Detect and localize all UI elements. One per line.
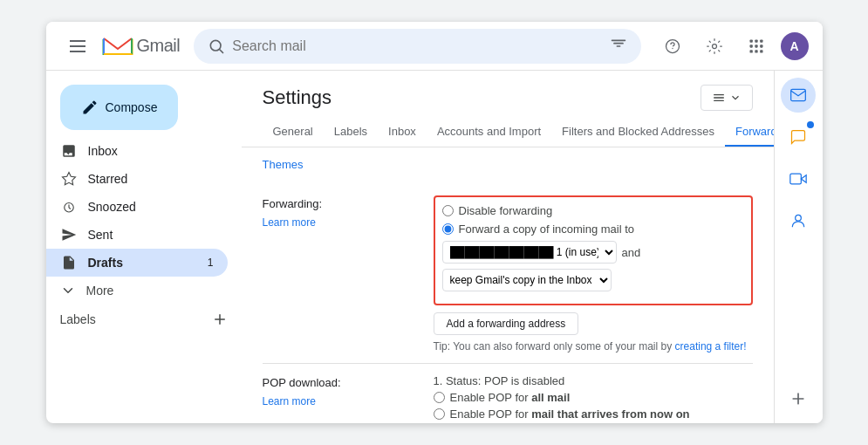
tab-forwarding[interactable]: Forwarding and POP/IMAP (725, 118, 774, 147)
strip-add-button[interactable] (781, 381, 816, 416)
sidebar-item-more[interactable]: More (46, 277, 242, 305)
pop-all-radio[interactable] (434, 392, 445, 403)
svg-rect-11 (755, 44, 757, 47)
svg-point-6 (712, 44, 716, 48)
labels-header: Labels (46, 305, 242, 334)
svg-rect-10 (749, 44, 752, 47)
chat-icon (789, 128, 807, 146)
edit-icon (81, 99, 99, 116)
svg-rect-15 (760, 50, 762, 52)
gear-icon (706, 38, 723, 55)
disable-forwarding-radio[interactable] (442, 205, 454, 216)
add-forwarding-button[interactable]: Add a forwarding address (434, 312, 579, 335)
content-area: Settings General Labels Inbox Ac (242, 71, 774, 423)
help-button[interactable] (655, 29, 690, 64)
add-label-icon[interactable] (212, 312, 228, 327)
compose-button[interactable]: Compose (60, 85, 179, 130)
and-label: and (622, 246, 641, 259)
sidebar-item-snoozed[interactable]: Snoozed (46, 193, 228, 221)
menu-button[interactable] (60, 29, 95, 64)
create-filter-link[interactable]: creating a filter! (675, 340, 747, 353)
snooze-icon (60, 199, 78, 215)
apps-button[interactable] (739, 29, 774, 64)
forwarding-learn-more[interactable]: Learn more (263, 216, 316, 229)
chevron-down-icon (60, 283, 76, 298)
strip-contacts-icon[interactable] (781, 203, 816, 238)
sidebar-nav: Inbox Starred Snoozed (46, 137, 242, 305)
settings-tabs: General Labels Inbox Accounts and Import… (242, 118, 774, 147)
search-bar[interactable] (194, 29, 640, 64)
forwarding-address-select[interactable]: ██████████████ 1 (in use) (442, 241, 617, 264)
svg-rect-9 (760, 39, 762, 42)
video-icon (789, 170, 807, 188)
chevron-down-small-icon (729, 92, 742, 104)
enable-forwarding-radio[interactable] (442, 223, 454, 235)
forwarding-title: Forwarding: (263, 197, 323, 210)
tab-accounts[interactable]: Accounts and Import (427, 118, 551, 147)
avatar[interactable]: A (781, 32, 809, 60)
more-label: More (86, 284, 114, 298)
sidebar: Compose Inbox Starred (46, 71, 242, 423)
sidebar-item-sent[interactable]: Sent (46, 221, 228, 249)
settings-header: Settings (242, 71, 774, 118)
forwarding-highlight: Disable forwarding Forward a copy of inc… (434, 195, 753, 305)
hamburger-icon (67, 36, 88, 57)
gmail-m-icon (102, 34, 133, 58)
svg-rect-8 (755, 39, 757, 42)
svg-rect-14 (755, 50, 757, 52)
sidebar-item-starred[interactable]: Starred (46, 165, 228, 193)
send-icon (60, 227, 78, 243)
inbox-icon (60, 143, 78, 159)
person-icon (789, 212, 807, 229)
starred-label: Starred (88, 172, 128, 186)
settings-view-button[interactable] (701, 85, 753, 111)
svg-rect-7 (749, 39, 752, 42)
plus-icon (789, 390, 807, 407)
right-strip (774, 71, 823, 423)
settings-button[interactable] (697, 29, 732, 64)
gmail-wordmark: Gmail (137, 36, 181, 56)
svg-rect-2 (102, 34, 133, 38)
svg-rect-12 (760, 44, 762, 47)
inbox-label: Inbox (88, 144, 118, 158)
pop-content: 1. Status: POP is disabled Enable POP fo… (434, 374, 753, 423)
disable-forwarding-label: Disable forwarding (459, 204, 553, 217)
strip-meet-icon[interactable] (781, 161, 816, 196)
tip-text: Tip: You can also forward only some of y… (434, 340, 753, 353)
pop-now-radio[interactable] (434, 408, 445, 420)
strip-mail-icon[interactable] (781, 78, 816, 113)
list-icon (712, 91, 726, 105)
drafts-badge: 1 (208, 257, 214, 269)
search-input[interactable] (232, 38, 602, 54)
tab-inbox[interactable]: Inbox (378, 118, 427, 147)
pop-all-mail-row: Enable POP for all mail (434, 391, 753, 404)
svg-rect-19 (714, 100, 724, 101)
pop-learn-more[interactable]: Learn more (263, 395, 316, 407)
labels-title: Labels (60, 312, 96, 326)
forwarding-content: Disable forwarding Forward a copy of inc… (434, 195, 753, 353)
settings-body: Themes Forwarding: Learn more Disable fo… (242, 147, 774, 423)
tab-filters[interactable]: Filters and Blocked Addresses (551, 118, 725, 147)
mail-icon (789, 86, 807, 104)
sent-label: Sent (88, 228, 113, 242)
drafts-label: Drafts (88, 256, 123, 270)
forward-copy-row: Forward a copy of incoming mail to █████… (442, 222, 744, 291)
strip-add-icon-wrapper (781, 381, 816, 416)
search-filter-icon[interactable] (610, 38, 627, 55)
copy-action-select[interactable]: keep Gmail's copy in the Inbox (442, 269, 612, 291)
forward-copy-label: Forward a copy of incoming mail to (459, 222, 635, 236)
topbar: Gmail (46, 22, 823, 71)
pop-status: 1. Status: POP is disabled (434, 374, 753, 387)
svg-point-21 (796, 215, 802, 221)
pop-title: POP download: (263, 376, 341, 389)
tab-labels[interactable]: Labels (324, 118, 378, 147)
disable-forwarding-row: Disable forwarding (442, 204, 744, 217)
help-icon (664, 38, 681, 55)
strip-chat-icon[interactable] (781, 120, 816, 154)
sidebar-item-drafts[interactable]: Drafts 1 (46, 249, 228, 277)
snoozed-label: Snoozed (88, 200, 136, 214)
tab-general[interactable]: General (263, 118, 324, 147)
themes-link[interactable]: Themes (263, 158, 753, 171)
topbar-right: A (655, 29, 809, 64)
sidebar-item-inbox[interactable]: Inbox (46, 137, 228, 165)
